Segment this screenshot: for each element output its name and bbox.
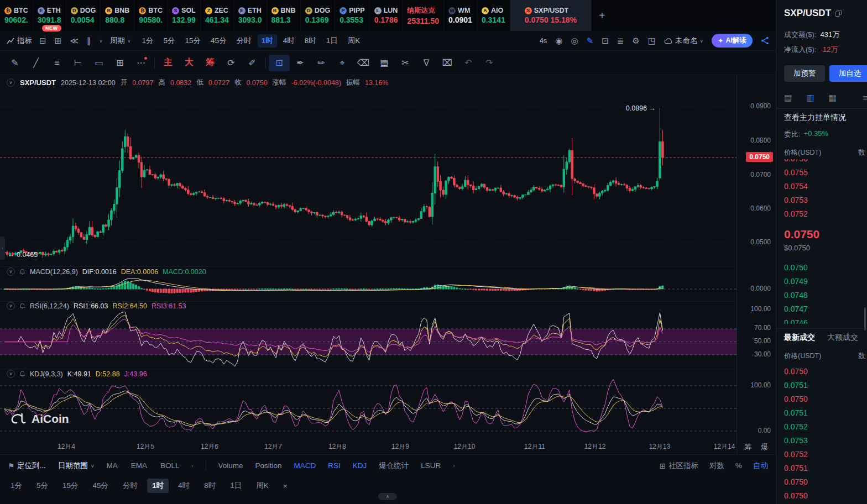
alert-bell-icon[interactable]: [19, 269, 25, 275]
macd-chart[interactable]: [0, 275, 737, 301]
indicator-button[interactable]: 指标: [7, 36, 32, 46]
add-ticker-button[interactable]: +: [592, 0, 613, 31]
collapse-chevron-icon[interactable]: ∨: [7, 78, 15, 87]
chip-refresh-icon[interactable]: ⟳: [221, 55, 242, 71]
collapse-chevron-icon[interactable]: ∨: [7, 370, 15, 378]
chip-label[interactable]: 筹: [200, 55, 221, 71]
ask-row[interactable]: 0.0755: [784, 166, 866, 180]
date-range-dropdown[interactable]: 日期范围∨: [58, 461, 95, 471]
ticker-tab-WM[interactable]: WWM0.0901: [444, 0, 477, 31]
list-layout-icon[interactable]: ≣: [617, 36, 624, 46]
pane-layout-icon[interactable]: ⊡: [602, 36, 609, 46]
bottom-timeframe-1日[interactable]: 1日: [225, 479, 247, 493]
ticker-tab-SOL[interactable]: SSOL132.99: [168, 0, 201, 31]
depth-view-icon[interactable]: ▥: [806, 93, 814, 103]
multi-chart-icon[interactable]: ⊞: [55, 36, 62, 46]
indicator-Position[interactable]: Position: [255, 461, 282, 470]
tab-large-trades[interactable]: 大额成交: [827, 333, 858, 343]
book-layout-icon[interactable]: ▤: [784, 93, 792, 103]
log-scale-button[interactable]: 对数: [709, 461, 724, 471]
fib-grid-icon[interactable]: ⊞: [109, 55, 130, 71]
ask-row[interactable]: 0.0754: [784, 180, 866, 193]
bid-row[interactable]: 0.0748: [784, 288, 866, 302]
bid-row[interactable]: 0.0746: [784, 316, 866, 324]
period-dropdown[interactable]: 周期∨: [110, 36, 131, 46]
note-icon[interactable]: ▤: [374, 55, 395, 71]
ticker-tab-LUN[interactable]: LLUN0.1786: [370, 0, 403, 31]
ticker-tab-BNB[interactable]: BBNB880.8: [101, 0, 134, 31]
sidebar-scrollbar[interactable]: [864, 307, 866, 330]
indicator-爆仓统计[interactable]: 爆仓统计: [379, 461, 409, 471]
kdj-chart[interactable]: [0, 375, 737, 440]
close-timeframe-icon[interactable]: ×: [278, 480, 293, 492]
chip-distribution-button[interactable]: 筹: [744, 442, 751, 452]
bid-row[interactable]: 0.0749: [784, 275, 866, 288]
trend-line-icon[interactable]: ╱: [25, 55, 46, 71]
timeframe-4时[interactable]: 4时: [279, 34, 299, 48]
timeframe-8时[interactable]: 8时: [301, 34, 320, 48]
trade-row[interactable]: 0.0753: [784, 434, 866, 448]
liquidation-button[interactable]: 爆: [761, 442, 768, 452]
replay-icon[interactable]: ≪: [70, 36, 79, 46]
measure-icon[interactable]: ⌖: [332, 55, 353, 71]
chevron-right-icon[interactable]: ›: [453, 463, 455, 469]
copy-icon[interactable]: [835, 10, 842, 17]
cloud-template-dropdown[interactable]: 未命名∨: [664, 36, 703, 46]
ticker-tab-ZEC[interactable]: ZZEC461.34: [201, 0, 234, 31]
share-icon[interactable]: [761, 36, 769, 45]
trade-row[interactable]: 0.0752: [784, 448, 866, 461]
percent-scale-button[interactable]: %: [735, 461, 742, 470]
ticker-tab-BNB[interactable]: BBNB881.3: [267, 0, 301, 31]
speed-label[interactable]: 4s: [540, 36, 547, 45]
view-main-orders-link[interactable]: 查看主力挂单情况: [784, 113, 846, 123]
tab-latest-trades[interactable]: 最新成交: [784, 333, 815, 343]
time-axis[interactable]: 12月412月512月612月712月812月912月1012月1112月121…: [0, 441, 737, 452]
timeframe-45分[interactable]: 45分: [207, 34, 231, 48]
trade-row[interactable]: 0.0750: [784, 365, 866, 379]
rsi-chart[interactable]: [0, 307, 737, 368]
trade-row[interactable]: 0.0750: [784, 475, 866, 489]
horizontal-ray-icon[interactable]: ⊢: [67, 55, 88, 71]
bottom-timeframe-周K[interactable]: 周K: [251, 479, 274, 493]
ask-row[interactable]: 0.0752: [784, 207, 866, 221]
bottom-timeframe-1分[interactable]: 1分: [6, 479, 27, 493]
parallel-lines-icon[interactable]: ≡: [46, 55, 67, 71]
candle-style-icon[interactable]: ∥: [87, 36, 91, 46]
indicator-Volume[interactable]: Volume: [218, 461, 243, 470]
brush-icon[interactable]: ✐: [242, 55, 263, 71]
filter-icon[interactable]: ∇: [416, 55, 437, 71]
alert-bell-icon[interactable]: [19, 371, 25, 377]
timeframe-1分[interactable]: 1分: [138, 34, 158, 48]
indicator-KDJ[interactable]: KDJ: [353, 461, 367, 470]
save-layout-icon[interactable]: ⊟: [39, 36, 46, 46]
overlay-BOLL[interactable]: BOLL: [160, 461, 180, 470]
indicator-LSUR[interactable]: LSUR: [421, 461, 441, 470]
ticker-tab-SXP/USDT[interactable]: SSXP/USDT0.0750 15.18%: [510, 0, 592, 31]
timeframe-周K[interactable]: 周K: [344, 34, 364, 48]
ticker-tab-DOG[interactable]: DDOG0.0054: [66, 0, 101, 31]
auto-scale-button[interactable]: 自动: [753, 461, 768, 471]
price-axis[interactable]: 0.09000.08000.07000.06000.05000.0000100.…: [737, 75, 776, 454]
cut-icon[interactable]: ✂: [395, 55, 416, 71]
overlay-EMA[interactable]: EMA: [131, 461, 147, 470]
bottom-timeframe-8时[interactable]: 8时: [199, 479, 221, 493]
pen-tool-icon[interactable]: ✏: [311, 55, 332, 71]
list-view-icon[interactable]: ▦: [828, 93, 836, 103]
trade-row[interactable]: 0.0750: [784, 392, 866, 406]
more-tools-icon[interactable]: ⋯: [130, 55, 152, 71]
trade-row[interactable]: 0.0752: [784, 420, 866, 434]
ticker-tab-BTC[interactable]: ₿BTC90602.: [0, 0, 33, 31]
trade-row[interactable]: 0.0750: [784, 489, 866, 503]
marker-pen-icon[interactable]: ✒: [290, 55, 311, 71]
community-indicator-button[interactable]: ⊞ 社区指标: [660, 461, 698, 471]
pencil-tool-icon[interactable]: ✎: [4, 55, 25, 71]
settings-gear-icon[interactable]: ⚙: [632, 36, 639, 46]
add-alert-button[interactable]: 加预警: [784, 65, 825, 82]
bottom-timeframe-15分[interactable]: 15分: [58, 479, 83, 493]
ticker-tab-BTC[interactable]: ₿BTC90580.: [134, 0, 168, 31]
trash-icon[interactable]: ⌧: [437, 55, 458, 71]
timeframe-分时[interactable]: 分时: [233, 34, 255, 48]
ticker-tab-DOG[interactable]: DDOG0.1369: [301, 0, 335, 31]
fullscreen-icon[interactable]: ◳: [648, 36, 656, 46]
bottom-timeframe-5分[interactable]: 5分: [32, 479, 53, 493]
